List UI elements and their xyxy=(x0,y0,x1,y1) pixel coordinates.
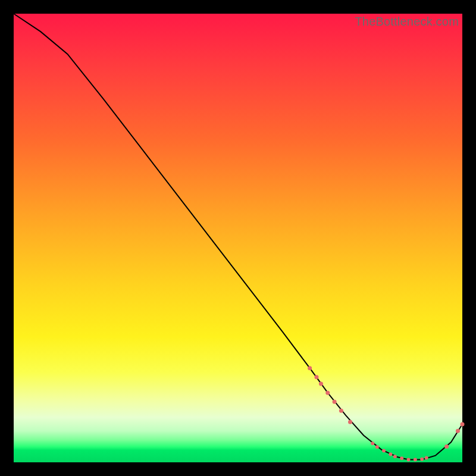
data-point xyxy=(319,382,323,386)
data-point xyxy=(389,452,392,456)
data-point xyxy=(456,429,460,433)
data-point xyxy=(414,458,417,461)
chart-frame: TheBottleneck.com xyxy=(0,0,476,476)
data-point xyxy=(382,449,386,452)
data-point xyxy=(333,400,337,404)
data-point xyxy=(314,375,318,379)
data-point xyxy=(308,366,312,370)
chart-overlay xyxy=(14,14,462,462)
chart-plot-area: TheBottleneck.com xyxy=(14,14,462,462)
data-point xyxy=(400,456,403,460)
data-markers xyxy=(308,366,464,461)
data-point xyxy=(425,456,428,459)
data-point xyxy=(420,458,424,461)
data-point xyxy=(407,458,411,461)
data-point xyxy=(375,445,379,449)
data-point xyxy=(371,441,374,445)
data-point xyxy=(393,455,397,458)
data-point xyxy=(461,422,465,426)
bottleneck-curve xyxy=(14,14,462,459)
data-point xyxy=(339,409,343,413)
data-point xyxy=(325,391,330,395)
data-point xyxy=(348,420,352,424)
data-point xyxy=(444,444,449,449)
